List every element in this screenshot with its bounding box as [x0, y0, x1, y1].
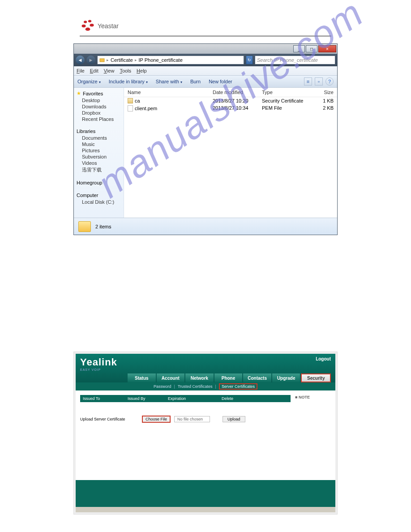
sidebar-item-thunder[interactable]: 迅雷下载: [74, 166, 124, 174]
logout-link[interactable]: Logout: [316, 356, 331, 361]
share-with-button[interactable]: Share with ▾: [156, 79, 182, 84]
organize-button[interactable]: Organize ▾: [77, 79, 101, 84]
sub-tabs: Password | Trusted Certificates | Server…: [76, 382, 335, 390]
computer-header[interactable]: Computer: [74, 192, 124, 199]
refresh-button[interactable]: ↻: [246, 56, 253, 64]
file-chosen-text: No file chosen: [174, 416, 210, 422]
address-bar-row: ◄ ► ▸ Certificate ▸ IP Phone_certificate…: [74, 54, 337, 66]
col-issued-to: Issued To: [80, 396, 125, 401]
separator: |: [215, 384, 216, 389]
yealink-screenshot: Yealink EASY VOIP Logout Status Account …: [73, 352, 338, 515]
svg-point-0: [86, 28, 90, 31]
note-panel: ■ NOTE: [295, 395, 331, 476]
sidebar-item-downloads[interactable]: Downloads: [74, 103, 124, 110]
help-icon[interactable]: ?: [325, 77, 334, 86]
nav-forward-button[interactable]: ►: [86, 56, 95, 64]
col-name[interactable]: Name: [128, 90, 213, 95]
preview-pane-button[interactable]: ▫: [315, 77, 323, 86]
burn-button[interactable]: Burn: [190, 79, 201, 84]
breadcrumb-sep-icon: ▸: [135, 58, 137, 62]
file-row[interactable]: client.pem 2013/8/27 10:34 PEM File 2 KB: [124, 104, 337, 112]
tab-network[interactable]: Network: [185, 373, 214, 382]
col-expiration: Expiration: [165, 396, 219, 401]
status-text: 2 items: [95, 224, 111, 229]
logo-text: Yeastar: [98, 22, 119, 30]
menu-help[interactable]: Help: [137, 68, 147, 73]
col-delete: Delete: [219, 396, 250, 401]
file-row[interactable]: ca 2013/8/27 10:20 Security Certificate …: [124, 97, 337, 104]
include-library-button[interactable]: Include in library ▾: [109, 79, 148, 84]
tab-status[interactable]: Status: [128, 373, 156, 382]
menu-view[interactable]: View: [104, 68, 115, 73]
tab-account[interactable]: Account: [157, 373, 185, 382]
upload-label: Upload Server Certificate: [80, 417, 138, 421]
sidebar-item-local-disk[interactable]: Local Disk (C:): [74, 199, 124, 205]
svg-point-2: [90, 24, 94, 26]
page-header: Yeastar: [0, 0, 411, 36]
subtab-trusted[interactable]: Trusted Certificates: [178, 384, 213, 389]
menu-edit[interactable]: Edit: [90, 68, 98, 73]
homegroup-header[interactable]: Homegroup: [74, 179, 124, 186]
yealink-ui: Yealink EASY VOIP Logout Status Account …: [76, 354, 335, 507]
sidebar-item-recent[interactable]: Recent Places: [74, 116, 124, 122]
sidebar-item-desktop[interactable]: Desktop: [74, 97, 124, 103]
upload-button[interactable]: Upload: [223, 416, 245, 422]
menu-file[interactable]: File: [77, 68, 85, 73]
sidebar-item-pictures[interactable]: Pictures: [74, 147, 124, 154]
square-bullet-icon: ■: [295, 395, 297, 399]
tab-contacts[interactable]: Contacts: [243, 373, 271, 382]
yealink-sublogo: EASY VOIP: [80, 368, 331, 371]
minimize-button[interactable]: _: [293, 45, 305, 52]
col-date[interactable]: Date modified: [213, 90, 262, 95]
choose-file-button[interactable]: Choose File: [142, 416, 171, 423]
new-folder-button[interactable]: New folder: [209, 79, 232, 84]
yealink-body: Issued To Issued By Expiration Delete Up…: [76, 390, 335, 480]
col-issued-by: Issued By: [125, 396, 165, 401]
window-titlebar: _ □ ×: [74, 44, 337, 54]
yealink-footer-strip: [76, 480, 335, 507]
breadcrumb-bar[interactable]: ▸ Certificate ▸ IP Phone_certificate: [97, 56, 244, 64]
view-options-button[interactable]: ≡: [304, 77, 312, 86]
libraries-header[interactable]: Libraries: [74, 128, 124, 135]
col-size[interactable]: Size: [311, 90, 334, 95]
svg-point-3: [84, 21, 87, 23]
svg-point-1: [82, 25, 86, 27]
col-type[interactable]: Type: [262, 90, 311, 95]
tab-phone[interactable]: Phone: [214, 373, 243, 382]
nav-back-button[interactable]: ◄: [76, 56, 85, 64]
sidebar-item-dropbox[interactable]: Dropbox: [74, 110, 124, 116]
subtab-server[interactable]: Server Certificates: [219, 383, 257, 390]
yealink-footer-bar: [76, 507, 335, 512]
sidebar-item-videos[interactable]: Videos: [74, 160, 124, 166]
search-input[interactable]: Search IP Phone_certificate: [255, 56, 335, 64]
tab-upgrade[interactable]: Upgrade: [272, 373, 300, 382]
menu-bar: File Edit View Tools Help: [74, 66, 337, 75]
subtab-password[interactable]: Password: [154, 384, 171, 389]
breadcrumb-sep-icon: ▸: [107, 58, 109, 62]
sidebar-item-subversion[interactable]: Subversion: [74, 154, 124, 160]
sidebar-item-documents[interactable]: Documents: [74, 135, 124, 141]
close-button[interactable]: ×: [318, 45, 336, 52]
breadcrumb-seg-2[interactable]: IP Phone_certificate: [139, 57, 183, 63]
file-list: Name Date modified Type Size ca 2013/8/2…: [124, 88, 337, 218]
navigation-pane: ★Favorites Desktop Downloads Dropbox Rec…: [74, 88, 124, 218]
status-bar: 2 items: [74, 218, 337, 235]
favorites-header[interactable]: ★Favorites: [74, 90, 124, 97]
windows-explorer-window: _ □ × ◄ ► ▸ Certificate ▸ IP Phone_certi…: [73, 43, 338, 235]
breadcrumb-seg-1[interactable]: Certificate: [111, 57, 133, 63]
file-icon: [128, 105, 133, 112]
menu-tools[interactable]: Tools: [120, 68, 131, 73]
column-headers: Name Date modified Type Size: [124, 88, 337, 97]
maximize-button[interactable]: □: [306, 45, 317, 52]
tab-security[interactable]: Security: [301, 373, 331, 382]
sidebar-item-music[interactable]: Music: [74, 141, 124, 147]
yealink-logo: Yealink: [80, 356, 331, 368]
svg-rect-5: [100, 59, 104, 62]
command-bar: Organize ▾ Include in library ▾ Share wi…: [74, 75, 337, 88]
svg-point-4: [88, 20, 91, 22]
logo-row: Yeastar: [80, 18, 331, 36]
folder-icon: [78, 221, 91, 232]
certificate-icon: [128, 98, 133, 103]
cert-panel: Issued To Issued By Expiration Delete Up…: [80, 395, 291, 476]
yealink-header: Yealink EASY VOIP Logout Status Account …: [76, 354, 335, 382]
